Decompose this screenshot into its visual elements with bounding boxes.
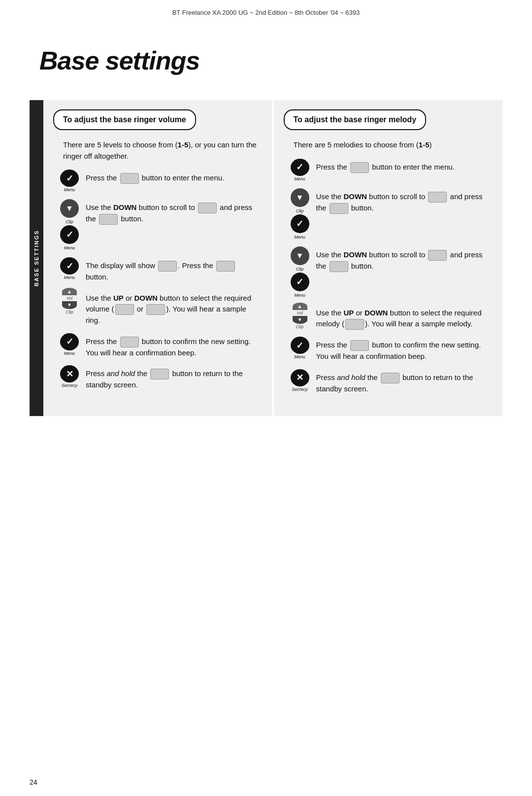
left-step-3-text: The display will show . Press the button…	[86, 257, 258, 283]
page-number: 24	[30, 778, 37, 786]
r-menu-icon-2	[291, 214, 309, 233]
left-step-2-text: Use the DOWN button to scroll to and pre…	[86, 199, 258, 225]
left-column-intro: There are 5 levels to choose from (1-5),…	[58, 139, 258, 162]
left-column: To adjust the base ringer volume There a…	[43, 100, 274, 416]
left-step-4-text: Use the UP or DOWN button to select the …	[86, 290, 258, 326]
header-text: BT Freelance XA 2000 UG ~ 2nd Edition ~ …	[172, 9, 360, 16]
left-step-2: Clip Menu Use the DOWN button to scroll …	[58, 199, 258, 250]
r-down-icon-2	[291, 188, 309, 207]
menu-icon-3	[60, 257, 79, 275]
r-vol-icon-4: Vol Clip	[291, 303, 309, 329]
side-tab: BASE SETTINGS	[30, 100, 43, 416]
menu-icon-2	[60, 225, 79, 244]
down-icon-2	[60, 199, 79, 218]
left-step-1-text: Press the button to enter the menu.	[86, 170, 258, 184]
left-step-4: Vol Clip Use the UP or DOWN button to se…	[58, 290, 258, 326]
right-step-3: Clip Menu Use the DOWN button to scroll …	[289, 246, 488, 298]
right-step-6: Secrecy Press and hold the button to ret…	[289, 369, 488, 395]
left-step-5: Menu Press the button to confirm the new…	[58, 333, 258, 359]
right-step-4: Vol Clip Use the UP or DOWN button to se…	[289, 305, 488, 330]
left-step-1: Menu Press the button to enter the menu.	[58, 170, 258, 192]
menu-icon-5	[60, 333, 79, 350]
right-step-1-text: Press the button to enter the menu.	[316, 159, 488, 173]
side-tab-label: BASE SETTINGS	[33, 230, 39, 286]
right-step-1: Menu Press the button to enter the menu.	[289, 159, 488, 181]
left-step-3: Menu The display will show . Press the b…	[58, 257, 258, 283]
left-step-6-text: Press and hold the button to return to t…	[86, 365, 258, 391]
r-down-icon-3	[291, 246, 309, 265]
right-step-5-text: Press the button to confirm the new sett…	[316, 337, 488, 362]
right-step-2-text: Use the DOWN button to scroll to and pre…	[316, 188, 488, 214]
left-column-header: To adjust the base ringer volume	[53, 109, 196, 130]
r-secret-icon-6	[291, 369, 309, 386]
right-step-6-text: Press and hold the button to return to t…	[316, 369, 488, 395]
right-column-header: To adjust the base ringer melody	[284, 109, 427, 130]
left-step-6: Secrecy Press and hold the button to ret…	[58, 365, 258, 391]
right-step-4-text: Use the UP or DOWN button to select the …	[316, 305, 488, 330]
right-step-5: Menu Press the button to confirm the new…	[289, 337, 488, 362]
right-step-3-text: Use the DOWN button to scroll to and pre…	[316, 246, 488, 272]
r-menu-icon-3	[291, 273, 309, 291]
right-step-2: Clip Menu Use the DOWN button to scroll …	[289, 188, 488, 240]
right-column: To adjust the base ringer melody There a…	[274, 100, 503, 416]
r-menu-icon-5	[291, 337, 309, 354]
r-menu-icon-1	[291, 159, 309, 176]
menu-icon-1	[60, 170, 79, 187]
vol-icon-4: Vol Clip	[60, 288, 79, 314]
secret-icon-6	[60, 365, 79, 382]
right-column-intro: There are 5 melodies to choose from (1-5…	[289, 139, 488, 151]
left-step-5-text: Press the button to confirm the new sett…	[86, 333, 258, 359]
page-header: BT Freelance XA 2000 UG ~ 2nd Edition ~ …	[0, 0, 532, 16]
page-title: Base settings	[39, 46, 532, 75]
